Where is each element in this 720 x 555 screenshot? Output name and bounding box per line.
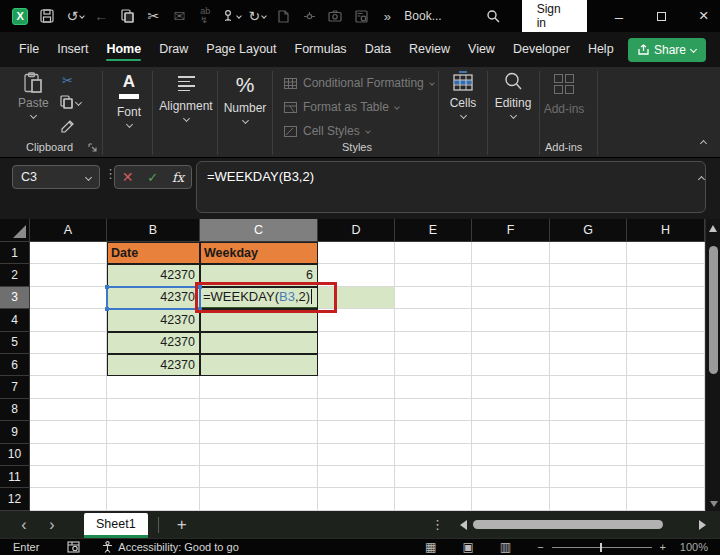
prev-sheet-icon[interactable]: ‹ (10, 517, 38, 533)
cell[interactable] (627, 399, 705, 421)
cell[interactable] (550, 444, 627, 466)
format-as-table-button[interactable]: Format as Table (284, 100, 399, 114)
cell[interactable] (472, 354, 550, 376)
format-painter-button[interactable] (60, 119, 75, 134)
scroll-up-icon[interactable] (709, 225, 717, 232)
alignment-group-button[interactable]: Alignment (156, 71, 216, 121)
cell[interactable] (30, 242, 107, 264)
cell[interactable] (200, 376, 318, 398)
tab-data[interactable]: Data (356, 34, 400, 65)
cell[interactable] (472, 399, 550, 421)
cell[interactable] (472, 287, 550, 309)
cell[interactable] (318, 264, 395, 286)
horizontal-scrollbar[interactable] (473, 520, 691, 530)
tab-file[interactable]: File (10, 34, 48, 65)
search-icon[interactable] (482, 3, 504, 29)
enter-icon[interactable]: ✓ (147, 170, 158, 185)
cell[interactable] (550, 309, 627, 331)
tab-page-layout[interactable]: Page Layout (197, 34, 285, 65)
cell[interactable] (627, 309, 705, 331)
cell[interactable] (550, 421, 627, 443)
column-header-f[interactable]: F (472, 219, 550, 242)
tab-formulas[interactable]: Formulas (286, 34, 356, 65)
cell[interactable] (395, 309, 472, 331)
cell[interactable] (472, 264, 550, 286)
cell-d3[interactable] (318, 287, 395, 309)
cell[interactable] (472, 376, 550, 398)
cell[interactable] (627, 354, 705, 376)
column-header-a[interactable]: A (30, 219, 107, 242)
cell[interactable] (107, 488, 200, 510)
cell[interactable] (395, 332, 472, 354)
cell[interactable] (395, 354, 472, 376)
tab-home[interactable]: Home (97, 34, 150, 65)
cell[interactable] (550, 332, 627, 354)
maximize-button[interactable] (645, 0, 677, 32)
column-header-d[interactable]: D (318, 219, 395, 242)
cell-c2[interactable]: 6 (200, 264, 318, 286)
formula-bar-collapse-icon[interactable] (699, 171, 704, 185)
cell[interactable] (395, 399, 472, 421)
close-button[interactable]: × (688, 0, 720, 32)
number-group-button[interactable]: % Number (220, 71, 270, 123)
copy-button[interactable] (60, 95, 81, 109)
cell[interactable] (550, 242, 627, 264)
row-header-7[interactable]: 7 (0, 376, 30, 398)
cell[interactable] (200, 444, 318, 466)
cell[interactable] (318, 488, 395, 510)
cell[interactable] (627, 376, 705, 398)
cancel-icon[interactable]: ✕ (122, 169, 134, 185)
select-all-corner[interactable] (0, 219, 30, 242)
cut-button[interactable]: ✂ (62, 73, 73, 88)
row-header-9[interactable]: 9 (0, 421, 30, 443)
tab-review[interactable]: Review (400, 34, 459, 65)
cell[interactable] (318, 466, 395, 488)
cell[interactable] (30, 421, 107, 443)
cell-c5[interactable] (200, 332, 318, 354)
row-header-2[interactable]: 2 (0, 264, 30, 286)
cell[interactable] (627, 264, 705, 286)
paste-button[interactable]: Paste (18, 72, 49, 118)
cell[interactable] (395, 466, 472, 488)
cell[interactable] (200, 421, 318, 443)
page-layout-view-icon[interactable]: ▣ (462, 540, 473, 554)
cell[interactable] (472, 332, 550, 354)
editing-group-button[interactable]: Editing (489, 71, 537, 118)
row-header-12[interactable]: 12 (0, 488, 30, 510)
next-sheet-icon[interactable]: › (38, 517, 66, 533)
cell[interactable] (550, 264, 627, 286)
cell[interactable] (200, 466, 318, 488)
row-header-5[interactable]: 5 (0, 332, 30, 354)
cell[interactable] (200, 488, 318, 510)
cell[interactable] (472, 242, 550, 264)
row-header-3[interactable]: 3 (0, 287, 30, 309)
copy-icon[interactable] (116, 3, 138, 29)
scroll-left-icon[interactable] (460, 520, 467, 530)
save-icon[interactable] (36, 3, 58, 29)
font-group-button[interactable]: A Font (108, 71, 150, 127)
normal-view-icon[interactable]: ▦ (425, 540, 436, 554)
cell-b2[interactable]: 42370 (107, 264, 200, 286)
zoom-level[interactable]: 100% (674, 541, 708, 553)
cell-b5[interactable]: 42370 (107, 332, 200, 354)
macro-record-icon[interactable] (67, 541, 80, 553)
cell[interactable] (318, 354, 395, 376)
cell[interactable] (107, 444, 200, 466)
row-header-11[interactable]: 11 (0, 466, 30, 488)
row-header-10[interactable]: 10 (0, 444, 30, 466)
cell[interactable] (395, 488, 472, 510)
cell[interactable] (318, 332, 395, 354)
cell[interactable] (107, 376, 200, 398)
cell[interactable] (550, 376, 627, 398)
cell[interactable] (472, 466, 550, 488)
row-header-1[interactable]: 1 (0, 242, 30, 264)
column-header-e[interactable]: E (395, 219, 472, 242)
cell[interactable] (550, 399, 627, 421)
cell[interactable] (395, 287, 472, 309)
scroll-right-icon[interactable] (699, 520, 706, 530)
zoom-slider[interactable] (552, 547, 652, 548)
cell-styles-button[interactable]: Cell Styles (284, 124, 370, 138)
conditional-formatting-button[interactable]: Conditional Formatting (284, 76, 434, 90)
tab-draw[interactable]: Draw (150, 34, 197, 65)
tab-help[interactable]: Help (579, 34, 623, 65)
